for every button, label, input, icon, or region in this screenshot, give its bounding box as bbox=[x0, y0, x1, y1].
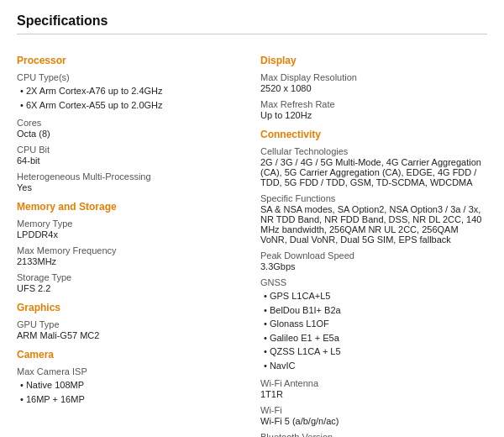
spec-label: Storage Type bbox=[17, 272, 244, 282]
spec-label: Specific Functions bbox=[260, 193, 487, 203]
list-item: NavIC bbox=[264, 359, 487, 373]
spec-label: GNSS bbox=[260, 277, 487, 287]
spec-value: Wi-Fi 5 (a/b/g/n/ac) bbox=[260, 416, 487, 426]
section-title: Memory and Storage bbox=[17, 201, 244, 213]
spec-value: LPDDR4x bbox=[17, 229, 244, 240]
spec-value: Octa (8) bbox=[17, 129, 244, 139]
spec-list: GPS L1CA+L5BelDou B1I+ B2aGlonass L1OFGa… bbox=[260, 289, 487, 372]
spec-value: ARM Mali-G57 MC2 bbox=[17, 330, 244, 340]
right-column: DisplayMax Display Resolution2520 x 1080… bbox=[260, 46, 487, 437]
section-title: Graphics bbox=[17, 302, 244, 313]
spec-label: Bluetooth Version bbox=[260, 432, 487, 437]
spec-value: 2520 x 1080 bbox=[260, 83, 487, 93]
spec-label: Wi-Fi Antenna bbox=[260, 378, 487, 388]
list-item: 6X Arm Cortex-A55 up to 2.0GHz bbox=[20, 98, 244, 113]
spec-label: Cellular Technologies bbox=[260, 146, 487, 156]
spec-list: 2X Arm Cortex-A76 up to 2.4GHz6X Arm Cor… bbox=[17, 84, 244, 112]
list-item: Galileo E1 + E5a bbox=[264, 331, 487, 345]
spec-value: 2G / 3G / 4G / 5G Multi-Mode, 4G Carrier… bbox=[260, 157, 487, 187]
list-item: 16MP + 16MP bbox=[20, 392, 244, 407]
spec-label: Memory Type bbox=[17, 218, 244, 229]
spec-label: Max Refresh Rate bbox=[260, 99, 487, 109]
spec-value: UFS 2.2 bbox=[17, 283, 244, 293]
spec-value: 1T1R bbox=[260, 389, 487, 399]
section-title: Display bbox=[260, 55, 487, 66]
spec-label: Max Memory Frequency bbox=[17, 245, 244, 255]
list-item: BelDou B1I+ B2a bbox=[264, 303, 487, 318]
spec-label: CPU Type(s) bbox=[17, 72, 244, 82]
spec-list: Native 108MP16MP + 16MP bbox=[17, 378, 244, 406]
list-item: Native 108MP bbox=[20, 378, 244, 392]
spec-value: Up to 120Hz bbox=[260, 110, 487, 120]
list-item: Glonass L1OF bbox=[264, 317, 487, 331]
left-column: ProcessorCPU Type(s)2X Arm Cortex-A76 up… bbox=[17, 46, 244, 437]
section-title: Processor bbox=[17, 55, 244, 66]
spec-label: Max Camera ISP bbox=[17, 366, 244, 376]
list-item: 2X Arm Cortex-A76 up to 2.4GHz bbox=[20, 84, 244, 98]
section-title: Camera bbox=[17, 349, 244, 361]
spec-label: Cores bbox=[17, 118, 244, 128]
page-title: Specifications bbox=[17, 13, 487, 34]
spec-label: Peak Download Speed bbox=[260, 250, 487, 261]
specs-columns: ProcessorCPU Type(s)2X Arm Cortex-A76 up… bbox=[17, 46, 487, 437]
spec-value: 2133MHz bbox=[17, 256, 244, 266]
spec-label: GPU Type bbox=[17, 319, 244, 329]
spec-value: 3.3Gbps bbox=[260, 261, 487, 271]
spec-value: 64-bit bbox=[17, 155, 244, 166]
list-item: GPS L1CA+L5 bbox=[264, 289, 487, 303]
spec-label: Heterogeneous Multi-Processing bbox=[17, 171, 244, 182]
spec-value: SA & NSA modes, SA Option2, NSA Option3 … bbox=[260, 204, 487, 245]
spec-label: Max Display Resolution bbox=[260, 72, 487, 82]
spec-value: Yes bbox=[17, 182, 244, 192]
section-title: Connectivity bbox=[260, 129, 487, 140]
spec-label: CPU Bit bbox=[17, 145, 244, 155]
list-item: QZSS L1CA + L5 bbox=[264, 345, 487, 359]
spec-label: Wi-Fi bbox=[260, 405, 487, 415]
